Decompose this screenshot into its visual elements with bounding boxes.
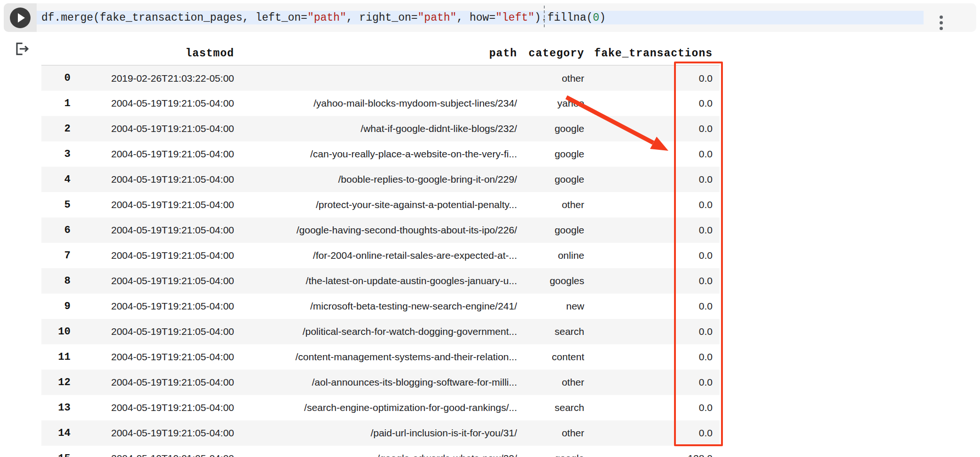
notebook-cell-toolbar: df.merge(fake_transaction_pages, left_on… — [4, 3, 976, 32]
more-vert-icon — [940, 21, 943, 24]
path-cell: /google-having-second-thoughts-about-its… — [234, 217, 517, 243]
fake_transactions-cell: 0.0 — [584, 116, 720, 141]
category-cell: google — [517, 217, 584, 243]
table-row: 122004-05-19T19:21:05-04:00/aol-announce… — [41, 370, 720, 395]
table-row: 72004-05-19T19:21:05-04:00/for-2004-onli… — [41, 243, 720, 268]
code-token: ) — [599, 12, 606, 24]
path-cell — [234, 65, 517, 91]
code-token: , how= — [456, 12, 495, 24]
dataframe-header: lastmod path category fake_transactions — [41, 42, 720, 65]
table-row: 112004-05-19T19:21:05-04:00/content-mana… — [41, 344, 720, 370]
play-icon — [18, 13, 25, 23]
column-header-path: path — [234, 42, 517, 65]
lastmod-cell: 2004-05-19T19:21:05-04:00 — [71, 167, 234, 192]
lastmod-cell: 2004-05-19T19:21:05-04:00 — [71, 116, 234, 141]
code-token: 0 — [593, 12, 599, 24]
category-cell: yahoo — [517, 91, 584, 116]
table-row: 132004-05-19T19:21:05-04:00/search-engin… — [41, 395, 720, 420]
table-row: 32004-05-19T19:21:05-04:00/can-you-reall… — [41, 141, 720, 167]
dataframe-body: 02019-02-26T21:03:22-05:00other0.012004-… — [41, 65, 720, 457]
row-index-cell: 13 — [41, 395, 71, 420]
lastmod-cell: 2004-05-19T19:21:05-04:00 — [71, 141, 234, 167]
table-row: 92004-05-19T19:21:05-04:00/microsoft-bet… — [41, 294, 720, 319]
more-vert-icon — [940, 15, 943, 19]
category-cell: google — [517, 116, 584, 141]
fake_transactions-cell: 0.0 — [584, 192, 720, 217]
lastmod-cell: 2004-05-19T19:21:05-04:00 — [71, 370, 234, 395]
lastmod-cell: 2004-05-19T19:21:05-04:00 — [71, 420, 234, 446]
table-row: 52004-05-19T19:21:05-04:00/protect-your-… — [41, 192, 720, 217]
fake_transactions-cell: 0.0 — [584, 243, 720, 268]
row-index-cell: 1 — [41, 91, 71, 116]
table-row: 102004-05-19T19:21:05-04:00/political-se… — [41, 319, 720, 344]
lastmod-cell: 2004-05-19T19:21:05-04:00 — [71, 319, 234, 344]
path-cell: /paid-url-inclusion-is-it-for-you/31/ — [234, 420, 517, 446]
fake_transactions-cell: 0.0 — [584, 141, 720, 167]
cell-menu-button[interactable] — [933, 13, 949, 32]
path-cell: /content-management-systems-and-their-re… — [234, 344, 517, 370]
fake_transactions-cell: 0.0 — [584, 294, 720, 319]
row-index-cell: 15 — [41, 446, 71, 457]
category-cell: online — [517, 243, 584, 268]
table-row: 82004-05-19T19:21:05-04:00/the-latest-on… — [41, 268, 720, 294]
row-index-cell: 9 — [41, 294, 71, 319]
dataframe-table: lastmod path category fake_transactions … — [41, 42, 720, 457]
fake_transactions-cell: 0.0 — [584, 217, 720, 243]
code-token: , right_on= — [346, 12, 418, 24]
output-popout-icon[interactable] — [12, 39, 31, 58]
lastmod-cell: 2004-05-19T19:01:05-04:00 — [71, 446, 234, 457]
row-index-cell: 8 — [41, 268, 71, 294]
code-token: ).fillna( — [534, 12, 593, 24]
more-vert-icon — [940, 27, 943, 30]
category-cell: new — [517, 294, 584, 319]
category-cell: other — [517, 370, 584, 395]
code-line[interactable]: df.merge(fake_transaction_pages, left_on… — [37, 11, 924, 24]
table-row: 152004-05-19T19:01:05-04:00/google-adwor… — [41, 446, 720, 457]
path-cell: /yahoo-mail-blocks-mydoom-subject-lines/… — [234, 91, 517, 116]
path-cell: /political-search-for-watch-dogging-gove… — [234, 319, 517, 344]
table-row: 62004-05-19T19:21:05-04:00/google-having… — [41, 217, 720, 243]
column-header-lastmod: lastmod — [71, 42, 234, 65]
path-cell: /search-engine-optimization-for-good-ran… — [234, 395, 517, 420]
code-token: "path" — [307, 12, 346, 24]
row-index-cell: 2 — [41, 116, 71, 141]
path-cell: /aol-announces-its-blogging-software-for… — [234, 370, 517, 395]
fake_transactions-cell: 0.0 — [584, 344, 720, 370]
path-cell: /the-latest-on-update-austin-googles-jan… — [234, 268, 517, 294]
fake_transactions-cell: 0.0 — [584, 167, 720, 192]
path-cell: /booble-replies-to-google-bring-it-on/22… — [234, 167, 517, 192]
category-cell: search — [517, 319, 584, 344]
fake_transactions-cell: 0.0 — [584, 319, 720, 344]
row-index-cell: 4 — [41, 167, 71, 192]
fake_transactions-cell: 0.0 — [584, 370, 720, 395]
row-index-cell: 12 — [41, 370, 71, 395]
fake_transactions-cell: 0.0 — [584, 91, 720, 116]
fake_transactions-cell: 128.0 — [584, 446, 720, 457]
lastmod-cell: 2004-05-19T19:21:05-04:00 — [71, 395, 234, 420]
path-cell: /protect-your-site-against-a-potential-p… — [234, 192, 517, 217]
column-header-category: category — [517, 42, 584, 65]
path-cell: /google-adwords-whats-new/29/ — [234, 446, 517, 457]
lastmod-cell: 2004-05-19T19:21:05-04:00 — [71, 344, 234, 370]
lastmod-cell: 2004-05-19T19:21:05-04:00 — [71, 294, 234, 319]
lastmod-cell: 2004-05-19T19:21:05-04:00 — [71, 268, 234, 294]
code-token: df.merge(fake_transaction_pages, left_on… — [41, 12, 307, 24]
row-index-cell: 7 — [41, 243, 71, 268]
run-cell-button[interactable] — [10, 8, 31, 28]
row-index-cell: 0 — [41, 65, 71, 91]
table-row: 42004-05-19T19:21:05-04:00/booble-replie… — [41, 167, 720, 192]
code-token: "path" — [418, 12, 457, 24]
category-cell: googles — [517, 268, 584, 294]
row-index-cell: 5 — [41, 192, 71, 217]
fake_transactions-cell: 0.0 — [584, 268, 720, 294]
table-row: 12004-05-19T19:21:05-04:00/yahoo-mail-bl… — [41, 91, 720, 116]
fake_transactions-cell: 0.0 — [584, 420, 720, 446]
column-header-fake-transactions: fake_transactions — [584, 42, 720, 65]
category-cell: other — [517, 420, 584, 446]
path-cell: /what-if-google-didnt-like-blogs/232/ — [234, 116, 517, 141]
category-cell: content — [517, 344, 584, 370]
category-cell: google — [517, 446, 584, 457]
row-index-cell: 11 — [41, 344, 71, 370]
row-index-cell: 14 — [41, 420, 71, 446]
table-row: 22004-05-19T19:21:05-04:00/what-if-googl… — [41, 116, 720, 141]
